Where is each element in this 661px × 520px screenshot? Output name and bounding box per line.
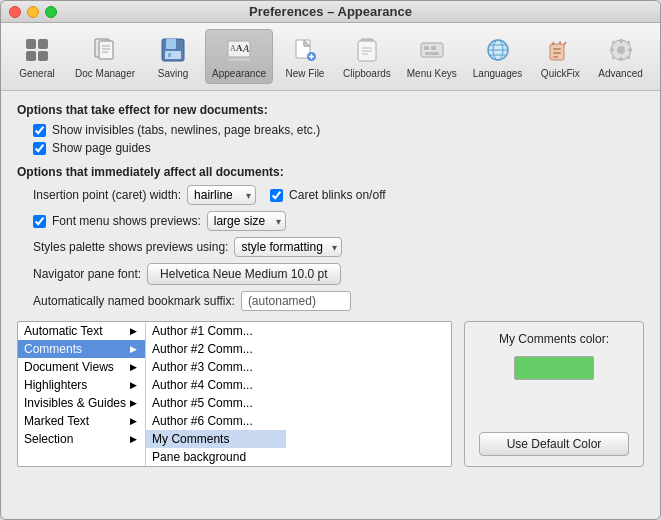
minimize-button[interactable] <box>27 6 39 18</box>
svg-rect-3 <box>38 51 48 61</box>
svg-rect-5 <box>99 41 113 59</box>
menu-keys-icon <box>416 34 448 66</box>
show-page-guides-row: Show page guides <box>33 141 644 155</box>
toolbar-item-saving[interactable]: Saving <box>145 30 201 83</box>
arrow-icon: ▶ <box>130 326 137 336</box>
quickfix-label: QuickFix <box>541 68 580 79</box>
navigator-font-row: Navigator pane font: Helvetica Neue Medi… <box>33 263 644 285</box>
arrow-icon: ▶ <box>130 434 137 444</box>
toolbar-item-quickfix[interactable]: QuickFix <box>532 30 588 83</box>
svg-rect-10 <box>166 39 176 49</box>
show-page-guides-label: Show page guides <box>52 141 151 155</box>
content-area: Options that take effect for new documen… <box>1 91 660 519</box>
navigator-font-button[interactable]: Helvetica Neue Medium 10.0 pt <box>147 263 340 285</box>
saving-label: Saving <box>158 68 189 79</box>
new-file-icon <box>289 34 321 66</box>
clipboards-icon <box>351 34 383 66</box>
appearance-icon: A A A <box>223 34 255 66</box>
list-item-invisibles-guides[interactable]: Invisibles & Guides ▶ <box>18 394 145 412</box>
font-menu-select[interactable]: large size small size none <box>207 211 286 231</box>
toolbar-item-general[interactable]: General <box>9 30 65 83</box>
show-page-guides-checkbox[interactable] <box>33 142 46 155</box>
svg-rect-2 <box>26 51 36 61</box>
advanced-icon <box>605 34 637 66</box>
bookmark-suffix-row: Automatically named bookmark suffix: <box>33 291 644 311</box>
color-list-col1: Automatic Text ▶ Comments ▶ Document Vie… <box>18 322 146 466</box>
window-title: Preferences – Appearance <box>249 4 412 19</box>
bookmark-suffix-label: Automatically named bookmark suffix: <box>33 294 235 308</box>
maximize-button[interactable] <box>45 6 57 18</box>
svg-rect-49 <box>628 49 632 52</box>
toolbar-item-clipboards[interactable]: Clipboards <box>337 30 397 83</box>
list-item-pane-background[interactable]: Pane background <box>146 448 286 466</box>
insertion-point-label: Insertion point (caret) width: <box>33 188 181 202</box>
list-item-my-comments[interactable]: My Comments <box>146 430 286 448</box>
toolbar-item-doc-manager[interactable]: Doc Manager <box>69 30 141 83</box>
svg-rect-30 <box>431 46 436 50</box>
traffic-lights <box>9 6 57 18</box>
color-list-col2: Author #1 Comm... Author #2 Comm... Auth… <box>146 322 286 466</box>
new-file-label: New File <box>286 68 325 79</box>
arrow-icon: ▶ <box>130 344 137 354</box>
svg-rect-42 <box>553 52 561 54</box>
svg-rect-1 <box>38 39 48 49</box>
toolbar-item-languages[interactable]: Languages <box>467 30 529 83</box>
all-docs-section: Options that immediately affect all docu… <box>17 165 644 311</box>
insertion-point-select-wrapper: hairline thin medium thick <box>187 185 256 205</box>
general-icon <box>21 34 53 66</box>
styles-palette-label: Styles palette shows previews using: <box>33 240 228 254</box>
show-invisibles-label: Show invisibles (tabs, newlines, page br… <box>52 123 320 137</box>
svg-text:A: A <box>236 43 243 53</box>
quickfix-icon <box>544 34 576 66</box>
svg-rect-48 <box>610 49 614 52</box>
saving-icon <box>157 34 189 66</box>
toolbar-item-advanced[interactable]: Advanced <box>592 30 648 83</box>
styles-palette-select[interactable]: style formatting plain text <box>234 237 342 257</box>
main-window: Preferences – Appearance General <box>0 0 661 520</box>
general-label: General <box>19 68 55 79</box>
font-menu-checkbox[interactable] <box>33 215 46 228</box>
list-item-author3[interactable]: Author #3 Comm... <box>146 358 286 376</box>
all-docs-title: Options that immediately affect all docu… <box>17 165 644 179</box>
svg-rect-11 <box>165 51 181 59</box>
list-item-comments[interactable]: Comments ▶ <box>18 340 145 358</box>
color-swatch[interactable] <box>514 356 594 380</box>
new-docs-section: Options that take effect for new documen… <box>17 103 644 155</box>
bookmark-suffix-input[interactable] <box>241 291 351 311</box>
list-item-highlighters[interactable]: Highlighters ▶ <box>18 376 145 394</box>
toolbar-item-menu-keys[interactable]: Menu Keys <box>401 30 463 83</box>
list-item-author4[interactable]: Author #4 Comm... <box>146 376 286 394</box>
insertion-point-row: Insertion point (caret) width: hairline … <box>33 185 644 205</box>
list-item-document-views[interactable]: Document Views ▶ <box>18 358 145 376</box>
toolbar-item-appearance[interactable]: A A A Appearance <box>205 29 273 84</box>
list-item-author5[interactable]: Author #5 Comm... <box>146 394 286 412</box>
list-item-selection[interactable]: Selection ▶ <box>18 430 145 448</box>
font-menu-row: Font menu shows previews: large size sma… <box>33 211 644 231</box>
list-item-automatic-text[interactable]: Automatic Text ▶ <box>18 322 145 340</box>
list-item-author2[interactable]: Author #2 Comm... <box>146 340 286 358</box>
insertion-point-select[interactable]: hairline thin medium thick <box>187 185 256 205</box>
all-docs-options: Insertion point (caret) width: hairline … <box>33 185 644 311</box>
svg-rect-17 <box>228 58 250 61</box>
arrow-icon: ▶ <box>130 362 137 372</box>
color-list-panel: Automatic Text ▶ Comments ▶ Document Vie… <box>17 321 452 467</box>
close-button[interactable] <box>9 6 21 18</box>
svg-rect-43 <box>553 56 558 58</box>
arrow-icon: ▶ <box>130 380 137 390</box>
show-invisibles-checkbox[interactable] <box>33 124 46 137</box>
svg-line-40 <box>564 42 566 45</box>
languages-label: Languages <box>473 68 523 79</box>
list-item-marked-text[interactable]: Marked Text ▶ <box>18 412 145 430</box>
caret-blinks-checkbox[interactable] <box>270 189 283 202</box>
toolbar-item-new-file[interactable]: New File <box>277 30 333 83</box>
list-item-author6[interactable]: Author #6 Comm... <box>146 412 286 430</box>
bottom-section: Automatic Text ▶ Comments ▶ Document Vie… <box>17 321 644 467</box>
list-item-author1[interactable]: Author #1 Comm... <box>146 322 286 340</box>
svg-rect-0 <box>26 39 36 49</box>
doc-manager-icon <box>89 34 121 66</box>
color-panel: My Comments color: Use Default Color <box>464 321 644 467</box>
languages-icon <box>482 34 514 66</box>
navigator-font-label: Navigator pane font: <box>33 267 141 281</box>
advanced-label: Advanced <box>598 68 642 79</box>
use-default-color-button[interactable]: Use Default Color <box>479 432 629 456</box>
